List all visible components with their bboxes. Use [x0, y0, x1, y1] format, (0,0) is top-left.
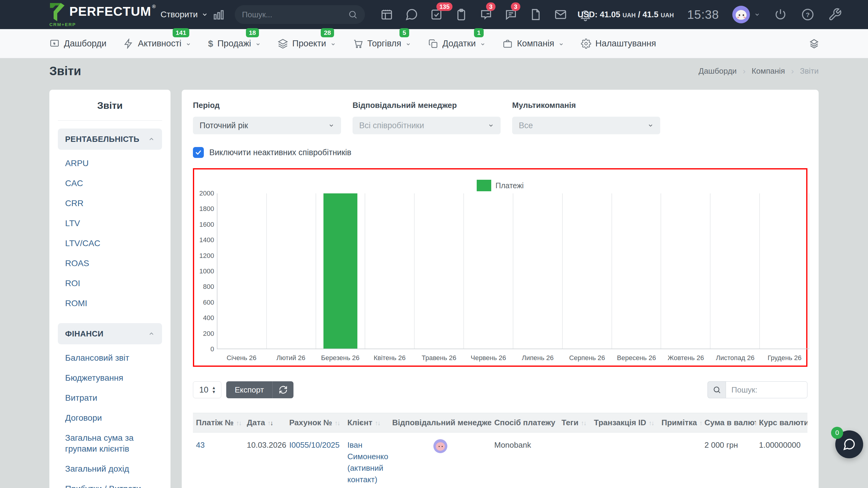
nav-item-sales[interactable]: $ Продажі 18 [208, 38, 261, 49]
refresh-button[interactable] [272, 381, 293, 398]
sort-icons[interactable]: ↑↓ [335, 420, 340, 427]
sidebar-item-romi[interactable]: ROMI [65, 293, 162, 313]
chart-x-label: Лютий 26 [266, 352, 316, 362]
multicompany-select[interactable]: Все [512, 117, 660, 134]
col-client[interactable]: Клієнт↑↓ [344, 413, 389, 433]
nav-item-dashboards[interactable]: Дашборди [50, 38, 106, 49]
exclude-inactive-checkbox[interactable] [193, 147, 204, 158]
breadcrumb-dashboards[interactable]: Дашборди [699, 66, 737, 76]
col-transaction-id[interactable]: Транзакція ID↑↓ [591, 413, 658, 433]
chart-x-label: Грудень 26 [760, 352, 809, 362]
sidebar-section-profitability[interactable]: РЕНТАБЕЛЬНІСТЬ [58, 128, 162, 150]
sidebar-item-total-income[interactable]: Загальний дохід [65, 459, 162, 479]
sort-icons[interactable]: ↑↓ [236, 420, 241, 427]
sort-icons[interactable]: ↑↓ [268, 420, 273, 427]
global-search-input[interactable] [242, 10, 348, 20]
page-size-select[interactable]: 10 ▴▾ [193, 381, 221, 398]
breadcrumb: Дашборди › Компанія › Звіти [699, 66, 818, 76]
sidebar-item-ltv[interactable]: LTV [65, 213, 162, 233]
chart-bar[interactable] [323, 193, 358, 349]
chat-messages-icon[interactable]: 3 [479, 7, 493, 23]
manager-avatar[interactable] [433, 439, 447, 453]
tools-icon[interactable] [828, 7, 842, 22]
brand-logo[interactable]: PERFECTUM® CRM+ERP [50, 3, 156, 21]
sort-icons[interactable]: ↑↓ [375, 420, 380, 427]
chat-icon[interactable] [404, 7, 419, 23]
col-tags[interactable]: Теги↑↓ [558, 413, 591, 433]
sidebar-item-balance-report[interactable]: Балансовий звіт [65, 348, 162, 368]
invoice-link[interactable]: I0055/10/2025 [289, 440, 340, 450]
col-rate[interactable]: Курс валюти↑↓ [756, 413, 807, 433]
sidebar-item-arpu[interactable]: ARPU [65, 153, 162, 173]
chart-legend[interactable]: Платежі [194, 180, 806, 191]
logout-icon[interactable] [774, 7, 787, 22]
filter-manager-label: Відповідальний менеджер [352, 101, 501, 110]
nav-item-projects[interactable]: Проекти 28 [278, 38, 336, 49]
user-menu[interactable] [732, 6, 760, 23]
transaction-id [591, 433, 658, 488]
sidebar-item-profit-expenses[interactable]: Прибутки / Витрати [65, 479, 162, 488]
sort-icons[interactable]: ↑↓ [558, 420, 558, 427]
nav-item-activities[interactable]: Активності 141 [123, 38, 191, 49]
document-icon[interactable] [528, 7, 543, 23]
help-icon[interactable]: ? [801, 7, 815, 22]
col-manager[interactable]: Відповідальний менеджер↑↓ [389, 413, 491, 433]
table-search-input[interactable] [726, 381, 807, 398]
chart-y-tick: 200 [203, 330, 214, 338]
sidebar-item-total-by-client-groups[interactable]: Загальна сума за групами клієнтів [65, 428, 162, 459]
payment-no-link[interactable]: 43 [196, 440, 205, 450]
table-search [708, 381, 807, 398]
sort-icons[interactable]: ↑↓ [581, 420, 586, 427]
sidebar-item-ltv-cac[interactable]: LTV/CAC [65, 233, 162, 253]
sidebar-item-crr[interactable]: CRR [65, 193, 162, 213]
filters-row: Період Поточний рік Відповідальний менед… [193, 101, 807, 134]
reports-sidebar: Звіти РЕНТАБЕЛЬНІСТЬ ARPU CAC CRR LTV LT… [50, 90, 170, 488]
exclude-inactive-label[interactable]: Виключити неактивних співробітників [209, 148, 351, 157]
chart-y-tick: 600 [203, 298, 214, 307]
clipboard-icon[interactable] [454, 7, 468, 23]
comments-icon[interactable]: 3 [504, 7, 518, 23]
sidebar-item-roas[interactable]: ROAS [65, 253, 162, 274]
nav-item-settings[interactable]: Налаштування [581, 38, 656, 49]
nav-item-company[interactable]: Компанія [502, 38, 564, 49]
col-note[interactable]: Примітка↑↓ [658, 413, 702, 433]
create-button[interactable]: Створити [160, 0, 208, 29]
avatar[interactable] [732, 6, 750, 23]
export-button[interactable]: Експорт [226, 381, 272, 398]
chart-plot [217, 193, 809, 349]
chevron-up-icon [148, 136, 155, 142]
chart-x-label: Липень 26 [513, 352, 562, 362]
chart-y-tick: 400 [203, 314, 214, 322]
col-payment-no[interactable]: Платіж №↑↓ [193, 413, 244, 433]
client-link[interactable]: Іван Симоненко (активний контакт) [347, 440, 388, 484]
breadcrumb-company[interactable]: Компанія [752, 66, 785, 76]
col-payment-method[interactable]: Спосіб платежу↑↓ [491, 413, 558, 433]
chart-column [760, 193, 809, 349]
sort-icons[interactable]: ↑↓ [699, 420, 702, 427]
nav-item-commerce[interactable]: Торгівля 5 [353, 38, 411, 49]
search-icon[interactable] [348, 10, 358, 20]
sidebar-item-expenses[interactable]: Витрати [65, 388, 162, 408]
col-invoice-no[interactable]: Рахунок №↑↓ [286, 413, 344, 433]
legend-swatch [477, 180, 491, 191]
mail-icon[interactable] [553, 7, 568, 23]
quick-stats-icon[interactable] [212, 8, 225, 21]
chat-messages-badge: 3 [486, 2, 495, 11]
sidebar-item-roi[interactable]: ROI [65, 274, 162, 293]
col-date[interactable]: Дата↑↓ [244, 413, 286, 433]
manager-select[interactable]: Всі співробітники [352, 117, 501, 134]
sort-icons[interactable]: ↑↓ [649, 420, 654, 427]
nav-item-apps[interactable]: Додатки 1 [428, 38, 486, 49]
sidebar-item-budgeting[interactable]: Бюджетування [65, 368, 162, 388]
tasks-icon[interactable]: 135 [429, 7, 444, 23]
chart-column [661, 193, 711, 349]
period-select[interactable]: Поточний рік [193, 117, 341, 134]
svg-text:?: ? [806, 11, 810, 18]
calendar-icon[interactable] [379, 7, 394, 23]
sidebar-item-cac[interactable]: CAC [65, 173, 162, 193]
sidebar-section-finance[interactable]: ФІНАНСИ [58, 323, 162, 344]
chart-x-label: Листопад 26 [711, 352, 760, 362]
col-amount[interactable]: Сума в валюті↑↓ [702, 413, 756, 433]
sidebar-item-contracts[interactable]: Договори [65, 408, 162, 428]
nav-stack-icon[interactable] [809, 29, 819, 58]
